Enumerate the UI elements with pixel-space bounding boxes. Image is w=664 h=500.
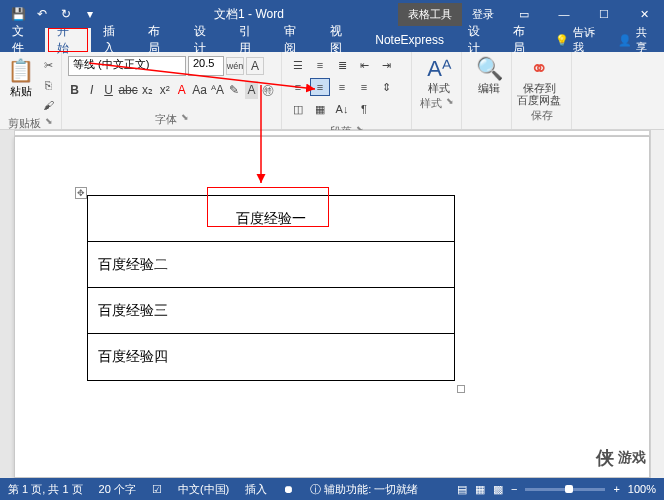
bullets-button[interactable]: ☰ — [288, 56, 308, 74]
status-insert-mode[interactable]: 插入 — [245, 482, 267, 497]
ribbon-tabs: 文件 开始 插入 布局 设计 引用 审阅 视图 NoteExpress 设计 布… — [0, 28, 664, 52]
tab-layout[interactable]: 布局 — [136, 28, 181, 52]
numbering-button[interactable]: ≡ — [310, 56, 330, 74]
font-size-select[interactable]: 20.5 — [188, 56, 224, 76]
vertical-scrollbar[interactable] — [650, 130, 664, 478]
multilevel-button[interactable]: ≣ — [332, 56, 352, 74]
font-group-label: 字体 — [155, 112, 177, 127]
tab-review[interactable]: 审阅 — [272, 28, 317, 52]
tab-table-layout[interactable]: 布局 — [501, 28, 546, 52]
justify-button[interactable]: ≡ — [354, 78, 374, 96]
phonetic-guide-button[interactable]: wén — [226, 57, 244, 75]
table-row[interactable]: 百度经验一 — [88, 196, 454, 242]
font-color-button[interactable]: A — [175, 81, 188, 99]
zoom-slider[interactable] — [525, 488, 605, 491]
zoom-level[interactable]: 100% — [628, 483, 656, 495]
clipboard-group-label: 剪贴板 — [8, 116, 41, 131]
view-read-icon[interactable]: ▤ — [457, 483, 467, 496]
subscript-button[interactable]: x₂ — [141, 81, 154, 99]
table-move-handle-icon[interactable]: ✥ — [75, 187, 87, 199]
save-icon[interactable]: 💾 — [8, 4, 28, 24]
group-editing: 🔍 编辑 — [462, 52, 512, 129]
bold-button[interactable]: B — [68, 81, 81, 99]
view-print-icon[interactable]: ▦ — [475, 483, 485, 496]
tab-home[interactable]: 开始 — [45, 28, 90, 52]
tab-file[interactable]: 文件 — [0, 28, 45, 52]
tab-view[interactable]: 视图 — [318, 28, 363, 52]
table-row[interactable]: 百度经验三 — [88, 288, 454, 334]
clipboard-launcher-icon[interactable]: ⬊ — [45, 116, 53, 131]
group-clipboard: 📋 粘贴 ✂ ⎘ 🖌 剪贴板⬊ — [0, 52, 62, 129]
tab-references[interactable]: 引用 — [227, 28, 272, 52]
zoom-in-button[interactable]: + — [613, 483, 619, 495]
italic-button[interactable]: I — [85, 81, 98, 99]
line-spacing-button[interactable]: ⇕ — [376, 78, 396, 96]
watermark: 侠 游戏 — [596, 446, 646, 470]
tab-insert[interactable]: 插入 — [91, 28, 136, 52]
status-words[interactable]: 20 个字 — [99, 482, 136, 497]
decrease-indent-button[interactable]: ⇤ — [354, 56, 374, 74]
maximize-icon[interactable]: ☐ — [584, 0, 624, 28]
save-to-baidu-button[interactable]: ⚭ 保存到 百度网盘 — [516, 54, 562, 106]
status-language[interactable]: 中文(中国) — [178, 482, 229, 497]
font-name-select[interactable]: 等线 (中文正文) — [68, 56, 186, 76]
ribbon: 📋 粘贴 ✂ ⎘ 🖌 剪贴板⬊ 等线 (中文正文) 20.5 wén A B I… — [0, 52, 664, 130]
zoom-out-button[interactable]: − — [511, 483, 517, 495]
align-right-button[interactable]: ≡ — [332, 78, 352, 96]
tab-noteexpress[interactable]: NoteExpress — [363, 28, 456, 52]
table-resize-handle-icon[interactable] — [457, 385, 465, 393]
underline-button[interactable]: U — [102, 81, 115, 99]
styles-button[interactable]: Aᴬ 样式 — [416, 54, 462, 94]
search-icon: 🔍 — [476, 56, 503, 82]
tab-table-design[interactable]: 设计 — [456, 28, 501, 52]
status-record-icon[interactable]: ⏺ — [283, 483, 294, 495]
font-launcher-icon[interactable]: ⬊ — [181, 112, 189, 127]
cut-icon[interactable]: ✂ — [39, 56, 57, 74]
table-tools-label: 表格工具 — [398, 3, 462, 26]
group-font: 等线 (中文正文) 20.5 wén A B I U abc x₂ x² A A… — [62, 52, 282, 129]
redo-icon[interactable]: ↻ — [56, 4, 76, 24]
undo-icon[interactable]: ↶ — [32, 4, 52, 24]
copy-icon[interactable]: ⎘ — [39, 76, 57, 94]
enclose-char-button[interactable]: ㊕ — [262, 81, 275, 99]
minimize-icon[interactable]: — — [544, 0, 584, 28]
table[interactable]: 百度经验一 百度经验二 百度经验三 百度经验四 — [87, 195, 455, 381]
superscript-button[interactable]: x² — [158, 81, 171, 99]
status-proofing-icon[interactable]: ☑ — [152, 483, 162, 496]
close-icon[interactable]: ✕ — [624, 0, 664, 28]
group-paragraph: ☰ ≡ ≣ ⇤ ⇥ ≡ ≡ ≡ ≡ ⇕ ◫ ▦ A↓ ¶ 段落⬊ — [282, 52, 412, 129]
group-save-baidu: ⚭ 保存到 百度网盘 保存 — [512, 52, 572, 129]
share-icon: 👤 — [618, 34, 632, 47]
grow-font-button[interactable]: Aa — [192, 81, 207, 99]
strikethrough-button[interactable]: abc — [119, 81, 137, 99]
format-painter-icon[interactable]: 🖌 — [39, 96, 57, 114]
align-center-button[interactable]: ≡ — [310, 78, 330, 96]
document-page[interactable]: ✥ 百度经验一 百度经验二 百度经验三 百度经验四 — [14, 136, 650, 478]
paste-button[interactable]: 粘贴 — [10, 84, 32, 99]
align-left-button[interactable]: ≡ — [288, 78, 308, 96]
editing-button[interactable]: 🔍 编辑 — [466, 54, 512, 94]
styles-launcher-icon[interactable]: ⬊ — [446, 96, 454, 111]
paste-icon[interactable]: 📋 — [7, 58, 34, 84]
table-row[interactable]: 百度经验二 — [88, 242, 454, 288]
increase-indent-button[interactable]: ⇥ — [376, 56, 396, 74]
qat-dropdown-icon[interactable]: ▾ — [80, 4, 100, 24]
text-effects-button[interactable]: ᴬA — [211, 81, 224, 99]
quick-access-toolbar: 💾 ↶ ↻ ▾ — [0, 4, 100, 24]
status-accessibility[interactable]: ⓘ 辅助功能: 一切就绪 — [310, 482, 418, 497]
table-row[interactable]: 百度经验四 — [88, 334, 454, 380]
tell-me[interactable]: 💡 告诉我 — [547, 28, 609, 52]
show-marks-button[interactable]: ¶ — [354, 100, 374, 118]
sort-button[interactable]: A↓ — [332, 100, 352, 118]
character-shading-button[interactable]: A — [245, 81, 258, 99]
share-button[interactable]: 👤 共享 — [608, 28, 664, 52]
lightbulb-icon: 💡 — [555, 34, 569, 47]
status-page[interactable]: 第 1 页, 共 1 页 — [8, 482, 83, 497]
highlight-button[interactable]: ✎ — [228, 81, 241, 99]
shading-button[interactable]: ◫ — [288, 100, 308, 118]
save-group-label: 保存 — [531, 108, 553, 123]
view-web-icon[interactable]: ▩ — [493, 483, 503, 496]
tab-design[interactable]: 设计 — [182, 28, 227, 52]
borders-button[interactable]: ▦ — [310, 100, 330, 118]
character-border-button[interactable]: A — [246, 57, 264, 75]
